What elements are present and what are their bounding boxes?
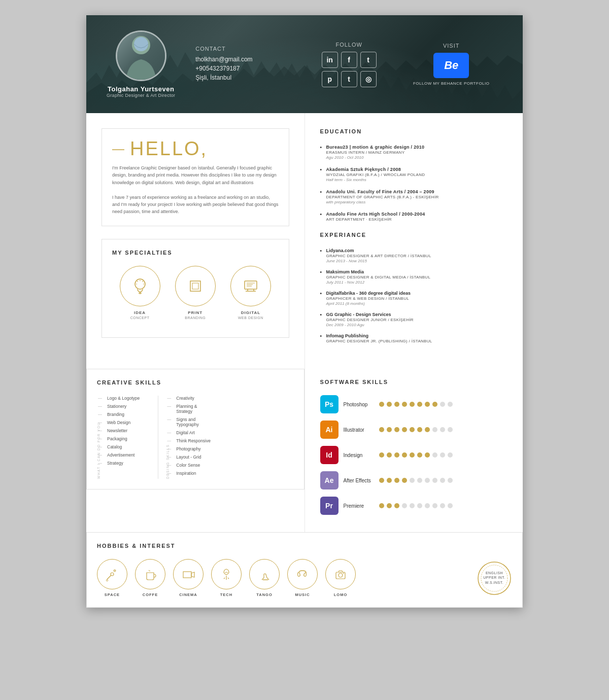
hobby-tech: TECH: [211, 559, 242, 597]
dot: [387, 427, 392, 432]
follow-label: Follow: [298, 42, 400, 48]
dot: [410, 402, 415, 407]
specialty-digital-sublabel: WEB DESIGN: [238, 316, 263, 320]
facebook-icon[interactable]: f: [341, 52, 357, 68]
right-column: EDUCATION Bureau23 | motion & graphic de…: [305, 113, 523, 369]
contact-phone: +905432379187: [195, 65, 298, 72]
skill-logo: Logo & Logotype: [103, 396, 148, 401]
specialty-print-sublabel: BRANDING: [185, 316, 206, 320]
hello-title: — HELLO,: [112, 139, 279, 158]
dot: [410, 478, 415, 483]
dot: [440, 478, 445, 483]
tumblr-icon[interactable]: t: [341, 71, 357, 87]
contact-section: Contact tholkhan@gmail.com +905432379187…: [195, 46, 298, 83]
twitter-icon[interactable]: t: [360, 52, 377, 68]
exp-item-1: Lidyana.com GRAPHIC DESIGNER & ART DIREC…: [320, 248, 508, 263]
skill-newsletter: Newsletter: [103, 428, 148, 433]
education-section: EDUCATION Bureau23 | motion & graphic de…: [320, 128, 508, 222]
dot: [379, 503, 384, 508]
skill-layout: Layout - Grid: [172, 454, 211, 460]
hobby-space-label: SPACE: [105, 592, 120, 597]
dot: [425, 452, 430, 458]
hobbies-section: HOBBIES & INTEREST SPACE: [86, 532, 523, 608]
dot: [387, 503, 392, 508]
hobby-tango-label: TANGO: [256, 592, 273, 597]
hobby-lomo: LOMO: [325, 559, 356, 597]
visit-label: Visit: [400, 43, 502, 49]
specialty-digital: DIGITAL WEB DESIGN: [230, 266, 271, 320]
edu-item-1: Bureau23 | motion & graphic design / 201…: [320, 145, 508, 160]
ps-dots: [379, 402, 453, 407]
dot: [448, 478, 453, 483]
creative-skills-section: CREATIVE SKILLS WHAT I CAN DO FOR YOU Lo…: [86, 369, 304, 489]
dot: [394, 478, 399, 483]
dot: [432, 503, 437, 508]
pr-icon: Pr: [320, 497, 339, 515]
sw-indesign: Id Indesign: [320, 446, 508, 464]
pinterest-icon[interactable]: p: [322, 71, 338, 87]
hobby-tech-label: TECH: [220, 592, 232, 597]
skill-signs: Signs and Typography: [172, 417, 211, 427]
dot: [394, 503, 399, 508]
exp-date-3: April 2011 (8 months): [326, 301, 508, 306]
edu-detail-4: ART DEPARTMENT · ESKİŞEHİR: [326, 217, 508, 222]
edu-name-1: Bureau23 | motion & graphic design / 201…: [326, 145, 508, 150]
coffee-icon-circle: [135, 559, 165, 589]
left-skills-col: Logo & Logotype Stationery Branding Web …: [103, 396, 148, 479]
right-skills-col: DESING SKILLS Creativity Planning & Stra…: [158, 396, 211, 479]
hello-para1: I'm Freelance Graphic Designer based on …: [112, 164, 279, 186]
dot: [394, 452, 399, 458]
behance-logo[interactable]: Be: [433, 53, 469, 78]
header-content: Tolgahan Yurtseven Graphic Designer & Ar…: [107, 30, 502, 98]
education-title: EDUCATION: [320, 128, 508, 134]
dot: [425, 427, 430, 432]
hello-dash: —: [112, 143, 126, 155]
dot: [410, 503, 415, 508]
exp-role-5: GRAPHIC DESIGNER JR. (PUBLISHING) / İSTA…: [326, 339, 508, 343]
svg-rect-19: [183, 572, 191, 578]
edu-detail-1: ERASMUS INTERN / MAINZ GERMANY: [326, 150, 508, 155]
edu-date-1: Agu 2010 - Oct 2010: [326, 155, 508, 160]
software-skills-title: SOFTWARE SKILLS: [320, 379, 508, 385]
ae-dots: [379, 478, 453, 483]
skill-catalog: Catalog: [103, 444, 148, 449]
print-icon-circle: [175, 266, 216, 306]
dot: [417, 427, 422, 432]
bottom-sections: CREATIVE SKILLS WHAT I CAN DO FOR YOU Lo…: [86, 369, 523, 532]
instagram-icon[interactable]: ◎: [360, 71, 377, 87]
linkedin-icon[interactable]: in: [322, 52, 338, 68]
skill-advertisement: Advertisement: [103, 452, 148, 458]
specialties-title: MY SPECIALTIES: [112, 250, 279, 256]
dot: [417, 402, 422, 407]
exp-date-2: July 2011 - Nov 2012: [326, 280, 508, 285]
skill-responsive: Think Responsive: [172, 438, 211, 443]
exp-item-5: Infomag Publishing GRAPHIC DESIGNER JR. …: [320, 333, 508, 343]
resume-document: Tolgahan Yurtseven Graphic Designer & Ar…: [86, 15, 523, 608]
avatar: [116, 30, 166, 81]
sw-photoshop: Ps Photoshop: [320, 395, 508, 413]
pr-dots: [379, 503, 453, 508]
exp-company-5: Infomag Publishing: [326, 333, 508, 338]
edu-name-4: Anadolu Fine Arts High School / 2000-200…: [326, 212, 508, 217]
specialties-icons: IDEA CONCEPT PRINT BRANDING: [112, 266, 279, 320]
digital-icon-circle: [230, 266, 271, 306]
hobby-cinema-label: CINEMA: [179, 592, 197, 597]
edu-date-3: with preparatory class: [326, 200, 508, 204]
exp-role-4: GRAPHIC DESIGNER JUNIOR / ESKİŞEHİR: [326, 318, 508, 322]
space-icon-circle: [97, 559, 127, 589]
pr-name: Premiere: [344, 503, 379, 509]
id-icon: Id: [320, 446, 339, 464]
experience-title: EXPERIANCE: [320, 232, 508, 238]
dot: [417, 452, 422, 458]
exp-role-1: GRAPHIC DESIGNER & ART DIRECTOR / İSTANB…: [326, 254, 508, 258]
main-top: — HELLO, I'm Freelance Graphic Designer …: [86, 113, 523, 369]
person-title: Graphic Designer & Art Director: [107, 93, 175, 98]
contact-email: tholkhan@gmail.com: [195, 56, 298, 63]
svg-marker-20: [191, 572, 194, 577]
hobby-music-label: MUSIC: [295, 592, 310, 597]
social-grid: in f t p t ◎: [298, 52, 400, 87]
hobbies-icons: SPACE COFFE: [97, 559, 512, 597]
dot: [425, 503, 430, 508]
exp-date-4: Dec 2009 - 2010 Agu: [326, 323, 508, 327]
skill-planning: Planning & Strategy: [172, 404, 211, 414]
